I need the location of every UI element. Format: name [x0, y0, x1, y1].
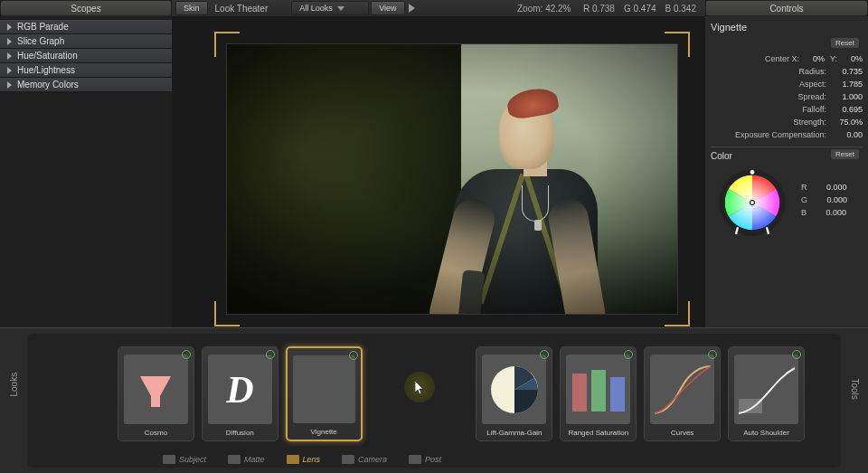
- all-looks-dropdown[interactable]: All Looks: [291, 1, 369, 15]
- disclosure-arrow-icon: [7, 24, 12, 31]
- power-icon[interactable]: [182, 350, 191, 359]
- svg-rect-11: [739, 399, 762, 413]
- category-label: Camera: [358, 455, 387, 464]
- category-icon: [287, 455, 299, 464]
- category-post[interactable]: Post: [409, 455, 441, 464]
- scope-item-rgb-parade[interactable]: RGB Parade: [0, 20, 172, 34]
- scope-item-hue-lightness[interactable]: Hue/Lightness: [0, 63, 172, 78]
- crop-corner-icon[interactable]: [665, 301, 690, 326]
- color-wheel[interactable]: [716, 166, 788, 239]
- category-subject[interactable]: Subject: [163, 455, 206, 464]
- aspect-label: Aspect:: [799, 78, 826, 90]
- power-icon[interactable]: [540, 350, 549, 359]
- tool-card-diffusion[interactable]: D Diffusion: [202, 346, 278, 441]
- falloff-value[interactable]: 0.695: [832, 103, 863, 116]
- category-lens[interactable]: Lens: [287, 455, 321, 464]
- category-icon: [228, 455, 241, 464]
- color-readout: R 0.738 G 0.474 B 0.342: [583, 4, 696, 14]
- controls-panel-header: Controls: [705, 0, 868, 16]
- preview-image: [227, 44, 677, 314]
- viewer[interactable]: [172, 16, 705, 327]
- crop-corner-icon[interactable]: [214, 32, 240, 57]
- power-icon[interactable]: [349, 351, 358, 360]
- viewer-frame: [226, 43, 678, 315]
- power-icon[interactable]: [266, 350, 275, 359]
- color-r-value[interactable]: 0.000: [816, 181, 847, 194]
- category-label: Subject: [179, 455, 206, 464]
- category-label: Post: [425, 455, 441, 464]
- strength-value[interactable]: 75.0%: [832, 116, 863, 128]
- tools-tab[interactable]: Tools: [850, 379, 860, 397]
- scopes-panel-header: Scopes: [0, 0, 172, 16]
- tool-card-label: Curves: [645, 426, 720, 440]
- cursor-icon: [415, 381, 426, 395]
- center-x-value[interactable]: 0%: [805, 52, 825, 65]
- zoom-label: Zoom:: [517, 4, 542, 14]
- crop-corner-icon[interactable]: [214, 301, 240, 326]
- svg-point-3: [750, 170, 755, 175]
- tool-card-lift-gamma-gain[interactable]: Lift-Gamma-Gain: [476, 346, 552, 441]
- tool-card-ranged-saturation[interactable]: Ranged Saturation: [560, 346, 637, 441]
- view-button[interactable]: View: [371, 1, 404, 15]
- bottom-dock: Looks Tools Cosmo D Diffusion Vignette: [0, 327, 868, 473]
- color-reset-button[interactable]: Reset: [831, 149, 859, 159]
- readout-b: B 0.342: [665, 4, 696, 14]
- category-camera[interactable]: Camera: [342, 455, 387, 464]
- tool-card-auto-shoulder[interactable]: Auto Shoulder: [728, 346, 805, 441]
- looks-tab[interactable]: Looks: [9, 379, 19, 397]
- svg-rect-7: [572, 374, 587, 412]
- scopes-panel: RGB Parade Slice Graph Hue/Saturation Hu…: [0, 16, 172, 327]
- tool-thumb: D: [208, 355, 272, 424]
- category-label: Lens: [303, 455, 321, 464]
- tool-thumb: [650, 355, 714, 424]
- spread-value[interactable]: 1.000: [832, 90, 863, 103]
- scope-item-label: Memory Colors: [17, 80, 79, 90]
- disclosure-arrow-icon: [7, 52, 12, 60]
- svg-rect-8: [591, 370, 606, 412]
- tool-card-curves[interactable]: Curves: [644, 346, 721, 441]
- radius-value[interactable]: 0.735: [832, 65, 863, 78]
- scope-item-label: Slice Graph: [17, 36, 64, 46]
- zoom-value: 42.2%: [545, 4, 571, 14]
- disclosure-arrow-icon: [7, 67, 12, 74]
- color-b-value[interactable]: 0.000: [816, 206, 846, 219]
- color-g-value[interactable]: 0.000: [816, 194, 847, 206]
- center-y-value[interactable]: 0%: [843, 52, 863, 65]
- readout-r: R 0.738: [583, 4, 615, 14]
- color-r-label: R: [801, 181, 807, 194]
- category-matte[interactable]: Matte: [228, 455, 265, 464]
- radius-label: Radius:: [798, 65, 826, 78]
- exposure-comp-value[interactable]: 0.00: [832, 128, 863, 141]
- play-icon[interactable]: [409, 4, 415, 13]
- disclosure-arrow-icon: [7, 38, 12, 45]
- tool-card-label: Vignette: [288, 425, 361, 440]
- look-theater-label: Look Theater: [208, 4, 276, 14]
- crop-corner-icon[interactable]: [665, 32, 690, 57]
- skin-button[interactable]: Skin: [175, 1, 208, 15]
- tool-card-cosmo[interactable]: Cosmo: [118, 346, 194, 441]
- tool-card-label: Ranged Saturation: [561, 426, 636, 440]
- scope-item-label: Hue/Lightness: [17, 65, 75, 75]
- reset-button[interactable]: Reset: [831, 38, 859, 48]
- power-icon[interactable]: [624, 350, 633, 359]
- power-icon[interactable]: [708, 350, 717, 359]
- tool-card-vignette[interactable]: Vignette: [286, 346, 363, 441]
- scope-item-slice-graph[interactable]: Slice Graph: [0, 34, 172, 49]
- tool-card-label: Cosmo: [118, 426, 193, 440]
- scope-item-label: Hue/Saturation: [17, 51, 78, 61]
- tool-card-label: Auto Shoulder: [729, 426, 804, 440]
- scope-item-memory-colors[interactable]: Memory Colors: [0, 78, 172, 92]
- exposure-comp-label: Exposure Compensation:: [735, 128, 826, 141]
- controls-panel: Vignette Reset Center X: 0% Y: 0% Radius…: [705, 16, 868, 327]
- category-tabs: Subject Matte Lens Camera Post: [163, 455, 441, 464]
- top-toolbar: Skin Look Theater All Looks View Zoom: 4…: [172, 0, 705, 16]
- scope-item-hue-saturation[interactable]: Hue/Saturation: [0, 49, 172, 63]
- zoom-readout: Zoom: 42.2%: [517, 4, 571, 14]
- tool-thumb: [482, 355, 546, 424]
- aspect-value[interactable]: 1.785: [832, 78, 863, 90]
- tool-thumb: [566, 355, 630, 424]
- power-icon[interactable]: [792, 350, 801, 359]
- dock-gap: [370, 346, 469, 428]
- readout-g: G 0.474: [624, 4, 656, 14]
- category-icon: [409, 455, 421, 464]
